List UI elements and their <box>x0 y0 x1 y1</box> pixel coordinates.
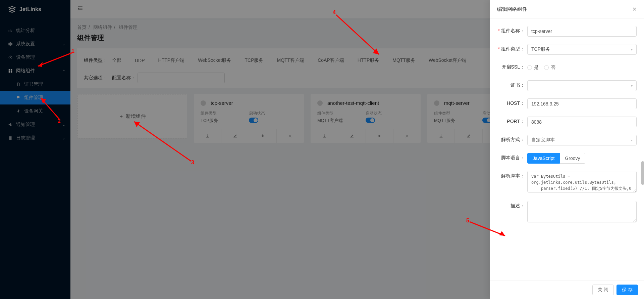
meta-type-label: 组件类型 <box>201 111 249 116</box>
file-text-icon <box>8 136 13 140</box>
crumb-home[interactable]: 首页 <box>77 25 87 30</box>
sidebar-item-label: 通知管理 <box>16 122 35 128</box>
lang-js-button[interactable]: JavaScript <box>527 153 560 164</box>
sidebar-item-stats[interactable]: 统计分析 <box>0 24 70 37</box>
tab-coap-client[interactable]: CoAP客户端 <box>318 57 344 63</box>
thunderbolt-icon <box>16 109 21 114</box>
close-button[interactable]: 关 闭 <box>592 285 614 295</box>
tab-websocket-client[interactable]: WebSocket客户端 <box>429 57 467 63</box>
download-button[interactable] <box>427 129 455 143</box>
logo-icon <box>8 5 16 13</box>
meta-type-value: MQTT客户端 <box>317 118 366 124</box>
edit-button[interactable] <box>455 129 482 143</box>
cert-select[interactable]: ▾ <box>527 80 637 91</box>
edit-button[interactable] <box>221 129 249 143</box>
sidebar-item-label: 网络组件 <box>16 68 35 74</box>
chevron-down-icon: ▾ <box>631 138 633 142</box>
chevron-up-icon: ⌃ <box>62 69 65 73</box>
sidebar-item-label: 设备管理 <box>16 54 35 60</box>
sidebar: JetLinks 统计分析 系统设置 ⌄ 设备管理 网络组件 ⌃ 证书管理 组件… <box>0 0 70 299</box>
plus-icon: ＋ <box>119 113 124 120</box>
desc-textarea[interactable] <box>527 201 637 222</box>
tab-tcp-server[interactable]: TCP服务 <box>245 57 263 63</box>
sidebar-item-label: 证书管理 <box>24 81 43 87</box>
status-dot <box>434 100 439 106</box>
bar-chart-icon <box>8 28 13 33</box>
close-icon[interactable]: ✕ <box>632 6 637 12</box>
close-button[interactable] <box>277 129 304 143</box>
select-value: TCP服务 <box>531 46 550 52</box>
ssl-yes-radio[interactable]: 是 <box>527 65 539 71</box>
port-label: PORT <box>507 119 520 124</box>
status-switch[interactable] <box>249 118 258 123</box>
card-name: mqtt-server <box>444 100 470 106</box>
sidebar-item-cert[interactable]: 证书管理 <box>0 78 70 91</box>
port-input[interactable] <box>527 117 637 127</box>
tab-all[interactable]: 全部 <box>112 57 121 63</box>
edit-drawer: 编辑网络组件 ✕ *组件名称： *组件类型： TCP服务▾ 开启SSL： 是 否… <box>490 0 644 299</box>
tab-http-server[interactable]: HTTP服务 <box>358 57 379 63</box>
lang-groovy-button[interactable]: Groovy <box>560 153 585 164</box>
tab-http-client[interactable]: HTTP客户端 <box>158 57 185 63</box>
crumb-network[interactable]: 网络组件 <box>93 25 112 30</box>
component-name-input[interactable] <box>527 26 637 37</box>
app-name: JetLinks <box>19 6 41 12</box>
chevron-down-icon: ⌄ <box>62 42 65 46</box>
desc-label: 描述 <box>511 203 520 208</box>
download-button[interactable] <box>194 129 221 143</box>
sidebar-item-label: 系统设置 <box>16 41 35 47</box>
sidebar-item-label: 日志管理 <box>16 135 35 141</box>
menu-fold-icon[interactable] <box>77 5 83 13</box>
debug-button[interactable] <box>249 129 277 143</box>
meta-type-value: MQTT服务 <box>434 118 482 124</box>
component-type-select[interactable]: TCP服务▾ <box>527 44 637 55</box>
meta-status-label: 启动状态 <box>366 111 414 116</box>
edit-button[interactable] <box>338 129 366 143</box>
debug-button[interactable] <box>366 129 393 143</box>
sidebar-item-system[interactable]: 系统设置 ⌄ <box>0 37 70 51</box>
status-dot <box>317 100 323 106</box>
sidebar-item-log[interactable]: 日志管理 ⌄ <box>0 131 70 145</box>
sidebar-item-gateway[interactable]: 设备网关 <box>0 104 70 118</box>
ssl-label: 开启SSL <box>502 64 520 70</box>
chevron-down-icon: ⌄ <box>62 123 65 127</box>
sidebar-item-label: 组件管理 <box>24 95 43 101</box>
filter-other-label: 其它选项： <box>84 75 107 81</box>
ssl-no-radio[interactable]: 否 <box>544 65 555 71</box>
host-label: HOST <box>507 100 520 106</box>
gear-icon <box>8 42 13 46</box>
scrollbar[interactable] <box>641 161 644 185</box>
tab-mqtt-client[interactable]: MQTT客户端 <box>277 57 304 63</box>
tab-udp[interactable]: UDP <box>135 58 145 63</box>
status-switch[interactable] <box>366 118 375 123</box>
tab-mqtt-server[interactable]: MQTT服务 <box>392 57 415 63</box>
meta-type-label: 组件类型 <box>434 111 482 116</box>
config-name-input[interactable] <box>138 73 225 83</box>
sidebar-item-network[interactable]: 网络组件 ⌃ <box>0 64 70 78</box>
download-button[interactable] <box>311 129 338 143</box>
sidebar-item-device[interactable]: 设备管理 <box>0 51 70 64</box>
sidebar-menu: 统计分析 系统设置 ⌄ 设备管理 网络组件 ⌃ 证书管理 组件管理 设备网关 <box>0 18 70 299</box>
close-button[interactable] <box>393 129 421 143</box>
drawer-title: 编辑网络组件 <box>497 6 527 12</box>
save-button[interactable]: 保 存 <box>616 285 638 295</box>
script-textarea[interactable] <box>527 171 637 193</box>
parse-label: 解析方式 <box>501 137 520 142</box>
sidebar-item-notify[interactable]: 通知管理 ⌄ <box>0 118 70 131</box>
filter-type-label: 组件类型： <box>84 57 107 63</box>
add-component-card[interactable]: ＋ 新增组件 <box>77 94 187 138</box>
crumb-current: 组件管理 <box>119 25 138 30</box>
host-input[interactable] <box>527 98 637 109</box>
parse-type-select[interactable]: 自定义脚本▾ <box>527 135 637 145</box>
dashboard-icon <box>8 55 13 60</box>
sidebar-item-component[interactable]: 组件管理 <box>0 91 70 104</box>
type-label: 组件类型 <box>501 46 520 51</box>
chevron-down-icon: ▾ <box>631 84 633 88</box>
chevron-down-icon: ▾ <box>631 48 633 51</box>
select-value: 自定义脚本 <box>531 137 555 143</box>
card-name: tcp-server <box>211 100 233 106</box>
tab-websocket-server[interactable]: WebSocket服务 <box>198 57 231 63</box>
status-dot <box>201 100 206 106</box>
appstore-icon <box>8 69 13 73</box>
cert-label: 证书 <box>511 82 520 88</box>
